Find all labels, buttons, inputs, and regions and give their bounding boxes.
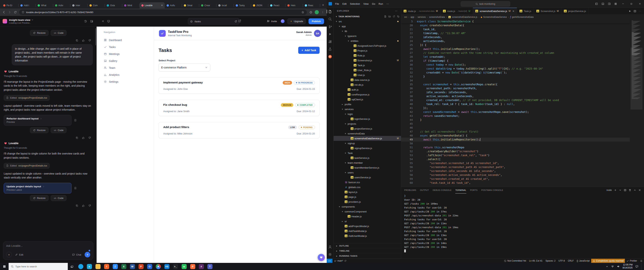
version-card[interactable]: Refactor dashboard layoutPreview [4, 115, 72, 126]
code-editor[interactable]: 5export class ScreenshotDataService { 20… [401, 20, 644, 187]
close-panel-icon[interactable] [638, 189, 641, 191]
close-icon[interactable] [636, 0, 644, 8]
browser-tab[interactable]: Smal [182, 2, 199, 9]
file-Screenshot.js[interactable]: JSScreenshot.jsM [334, 58, 401, 63]
debug-activity-icon[interactable] [328, 32, 332, 36]
excel-taskbar-icon[interactable]: X [120, 263, 128, 270]
notifications-bell-icon[interactable] [638, 259, 644, 263]
commit-status-item[interactable]: Not Committed Yet [502, 259, 528, 263]
chat-composer[interactable]: Ask Lovable... + Edit Chat [3, 241, 94, 260]
maximize-panel-icon[interactable] [634, 189, 636, 191]
bookmark-icon[interactable] [74, 119, 77, 122]
run-file-icon[interactable] [628, 10, 631, 13]
copy-icon[interactable] [75, 204, 78, 207]
start-button[interactable] [0, 263, 8, 270]
split-editor-icon[interactable] [634, 10, 636, 13]
device-preview-icon[interactable] [107, 20, 110, 23]
gear-activity-icon[interactable] [328, 252, 332, 256]
hidden-icons-chevron[interactable] [606, 265, 608, 268]
file-projectService.js[interactable]: JSprojectService.js [334, 126, 401, 131]
copy-icon[interactable] [75, 136, 78, 139]
panel-tab-terminal[interactable]: TERMINAL [455, 187, 466, 194]
bookmark-icon[interactable] [74, 187, 77, 190]
forward-icon[interactable] [8, 11, 11, 14]
collapse-panel-icon[interactable] [102, 20, 104, 23]
files-activity-icon[interactable] [328, 10, 332, 14]
slack-taskbar-icon[interactable]: # [197, 263, 206, 270]
browser-tab[interactable]: Minit [122, 2, 140, 9]
folder-lib[interactable]: ▾lib [334, 29, 401, 34]
maximize-icon[interactable] [627, 0, 636, 8]
file-coreResponse.js[interactable]: JScoreResponse.js [334, 92, 401, 97]
file-User_Role.js[interactable]: JSUser_Role.js [334, 68, 401, 73]
sidebar-item-tasks[interactable]: Tasks [104, 44, 154, 50]
browser-menu-icon[interactable] [321, 11, 324, 14]
editor-tab-route.js[interactable]: JSroute.js...\screenshot-dataM [401, 8, 440, 15]
toggle-secondary-sidebar-icon[interactable] [606, 0, 612, 8]
browser-tab[interactable]: Lovable✕ [140, 2, 165, 9]
folder-profile[interactable]: ▸profile [334, 102, 401, 107]
toggle-sidebar-icon[interactable] [593, 0, 600, 8]
upgrade-button[interactable]: Upgrade [287, 18, 306, 24]
chrome-taskbar-icon[interactable] [154, 263, 162, 270]
restore-button[interactable]: Restore [30, 195, 49, 201]
thumb-down-icon[interactable] [88, 136, 91, 139]
history-icon[interactable] [84, 20, 87, 23]
sidebar-item-analytics[interactable]: Analytics [104, 71, 154, 78]
section-timeline[interactable]: ▸TIMELINE [334, 248, 401, 253]
firefox-taskbar-icon[interactable]: f [102, 263, 111, 270]
file-favicon.ico[interactable]: favicon.ico [334, 180, 401, 185]
bookmark-star-icon[interactable] [302, 11, 304, 14]
folder-signup[interactable]: ▾signup [334, 141, 401, 146]
panel-tab-ports[interactable]: PORTS [470, 187, 478, 193]
file-AddUserModal.js[interactable]: JSAddUserModal.js [334, 233, 401, 238]
refresh-preview-icon[interactable] [234, 20, 237, 23]
browser-tab[interactable]: Com [88, 2, 105, 9]
toggle-panel-icon[interactable] [600, 0, 606, 8]
thumb-up-icon[interactable] [82, 39, 85, 42]
wifi-icon[interactable] [611, 265, 614, 268]
file-AssignedUsersToProject.js[interactable]: JSAssignedUsersToProject.js [334, 43, 401, 48]
terminal-output[interactable]: }User ID: 28 GET /tasks 200 in 109msFetc… [401, 193, 644, 258]
thumb-down-icon[interactable] [88, 39, 91, 42]
file-signupService.js[interactable]: JSsignupService.js [334, 146, 401, 151]
cursor-position-item[interactable]: Ln 49, Col 41 [528, 259, 544, 263]
project-dropdown[interactable]: E-commerce Platform [158, 64, 210, 71]
send-button[interactable] [84, 252, 90, 257]
browser-tab[interactable]: Hein [286, 2, 303, 9]
menu-overflow-icon[interactable]: ⋯ [385, 2, 390, 6]
folder-Task[interactable]: ▾Task [334, 151, 401, 156]
browser-tab[interactable]: Reac [303, 2, 320, 9]
word-taskbar-icon[interactable]: W [128, 263, 137, 270]
breadcrumb-item[interactable]: ◆ ScreenshotDataService [481, 16, 507, 18]
panel-tab-output[interactable]: OUTPUT [420, 187, 429, 193]
flask-activity-icon[interactable] [328, 47, 332, 51]
action-center-icon[interactable] [636, 265, 638, 268]
file-data-source.js[interactable]: JSdata-source.js [334, 77, 401, 82]
menu-edit[interactable]: Edit [341, 2, 348, 6]
browser-tab[interactable]: Asifu [165, 2, 182, 9]
refresh-explorer-icon[interactable] [392, 15, 395, 18]
account-activity-icon[interactable] [328, 245, 332, 249]
command-center[interactable]: task-monitoring [461, 1, 510, 7]
file-Header.js[interactable]: JSHeader.js [334, 214, 401, 219]
teams-taskbar-icon[interactable]: T [206, 263, 214, 270]
task-card[interactable]: Implement payment gatewayHIGHIN PROGRESS… [158, 77, 320, 94]
file-Role.js[interactable]: JSRole.js [334, 53, 401, 58]
terminal-shell-label[interactable]: node [606, 189, 612, 191]
picture-in-picture-icon[interactable] [90, 20, 93, 23]
menu-view[interactable]: View [362, 2, 370, 6]
task-card[interactable]: Add product filtersLOWPENDINGAssigned to… [158, 122, 320, 138]
file-Project.js[interactable]: JSProject.js [334, 48, 401, 53]
file-taskService.js[interactable]: JStaskService.js [334, 156, 401, 160]
kill-terminal-icon[interactable] [629, 189, 631, 191]
browser-tab[interactable]: JSON [251, 2, 268, 9]
collapse-all-icon[interactable] [397, 15, 400, 18]
outlook-taskbar-icon[interactable]: O [145, 263, 154, 270]
add-task-button[interactable]: +Add Task [298, 47, 320, 54]
taskbar-search[interactable]: Type here to search [8, 263, 68, 270]
folder-ui[interactable]: ▸ui [334, 219, 401, 224]
file-addProjectModal.js[interactable]: JSaddProjectModal.js [334, 224, 401, 229]
file-globals.css[interactable]: #globals.css [334, 185, 401, 190]
folder-src[interactable]: ▾src [334, 19, 401, 24]
